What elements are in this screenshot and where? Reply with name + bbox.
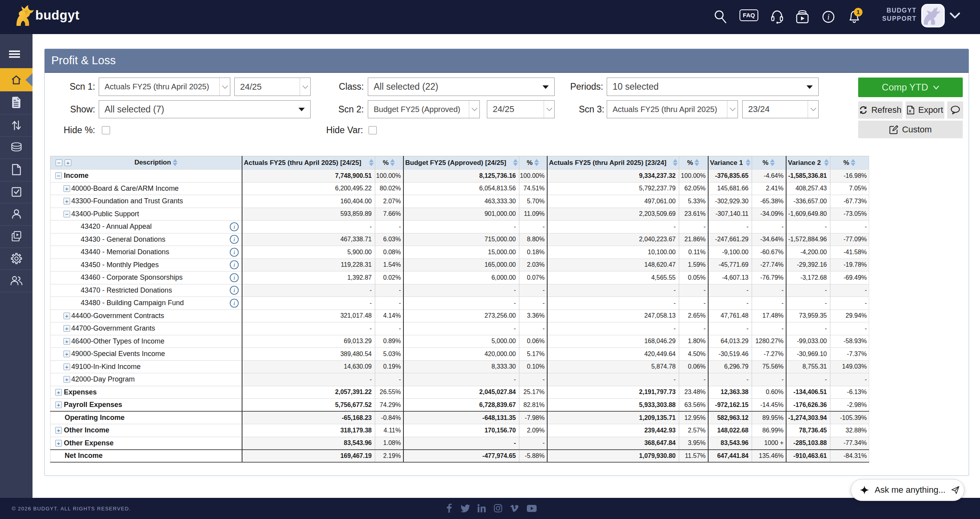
svg-text:i: i xyxy=(233,300,235,306)
svg-text:i: i xyxy=(233,287,235,293)
svg-text:i: i xyxy=(233,249,235,255)
svg-text:i: i xyxy=(233,224,235,230)
svg-text:i: i xyxy=(827,13,830,21)
svg-text:i: i xyxy=(233,275,235,281)
svg-text:i: i xyxy=(233,236,235,242)
svg-text:x: x xyxy=(909,108,911,114)
svg-text:i: i xyxy=(233,262,235,268)
